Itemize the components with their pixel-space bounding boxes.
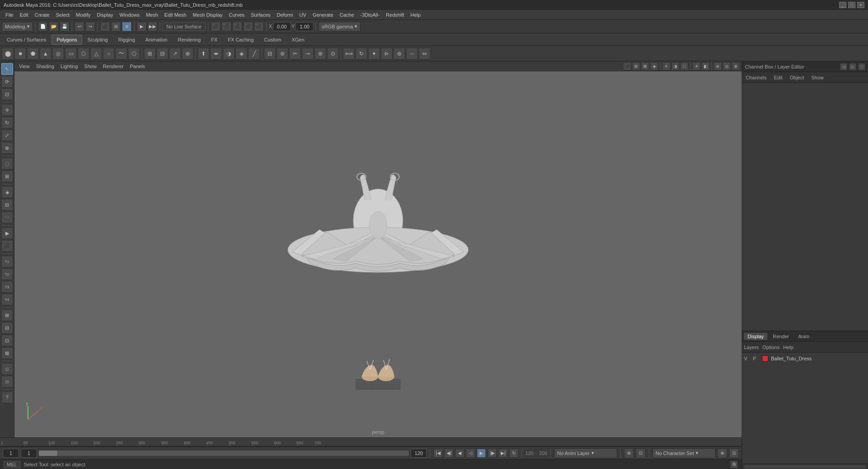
open-btn[interactable]: 📂: [49, 22, 59, 32]
vp-menu-show[interactable]: Show: [82, 63, 100, 70]
shelf-wedge[interactable]: ⊳: [381, 48, 392, 60]
shelf-insert-loop[interactable]: ⊟: [264, 48, 276, 60]
vp-menu-lighting[interactable]: Lighting: [58, 63, 81, 70]
cam4-btn[interactable]: ⬛: [243, 22, 253, 32]
no-char-set-dropdown[interactable]: No Character Set ▾: [652, 448, 716, 458]
menu-create[interactable]: Create: [32, 11, 52, 18]
vp-menu-view[interactable]: View: [16, 63, 32, 70]
tool-scale[interactable]: ⤢: [1, 129, 13, 141]
shelf-poly-sphere[interactable]: ⬤: [2, 48, 14, 60]
tool-move[interactable]: ✛: [1, 104, 13, 116]
tool-layout-1[interactable]: ⊞: [1, 309, 13, 321]
vp-btn-resolution[interactable]: ⊕: [732, 62, 740, 70]
shelf-tab-rendering[interactable]: Rendering: [173, 35, 206, 45]
shelf-symmetry[interactable]: ↔: [406, 48, 418, 60]
viewport[interactable]: View Shading Lighting Show Renderer Pane…: [14, 61, 742, 437]
layer-p[interactable]: P: [753, 356, 759, 361]
shelf-poly-prism[interactable]: ⬡: [78, 48, 89, 60]
undo-btn[interactable]: ↩: [74, 22, 84, 32]
shelf-crease[interactable]: ╱: [248, 48, 260, 60]
end-frame-input[interactable]: [411, 449, 427, 458]
shelf-multi-cut[interactable]: ✂: [289, 48, 301, 60]
shelf-poly-torus[interactable]: ◎: [52, 48, 64, 60]
vp-btn-grid[interactable]: #: [662, 62, 670, 70]
tool-snap-grid[interactable]: ⊟: [1, 199, 13, 211]
shelf-tab-rigging[interactable]: Rigging: [113, 35, 140, 45]
cam2-btn[interactable]: ⬛: [222, 22, 231, 32]
menu-curves[interactable]: Curves: [226, 11, 247, 18]
prev-key-btn[interactable]: ◀|: [444, 449, 453, 458]
timeline-range-bar[interactable]: [39, 451, 409, 456]
vp-btn-shade[interactable]: ◑: [671, 62, 679, 70]
menu-generate[interactable]: Generate: [310, 11, 336, 18]
shelf-poly-soccer[interactable]: ⬠: [128, 48, 140, 60]
cb-btn-1[interactable]: ◁: [840, 63, 847, 70]
shelf-tab-sculpting[interactable]: Sculpting: [83, 35, 113, 45]
shelf-poly-pipe[interactable]: ○: [103, 48, 115, 60]
shelf-tab-xgen[interactable]: XGen: [286, 35, 309, 45]
tool-show-manip[interactable]: ⊞: [1, 170, 13, 182]
shelf-poly-cylinder[interactable]: ⬟: [27, 48, 39, 60]
vp-menu-panels[interactable]: Panels: [127, 63, 148, 70]
vp-btn-shadow[interactable]: ◧: [702, 62, 710, 70]
menu-mesh-display[interactable]: Mesh Display: [190, 11, 225, 18]
save-btn[interactable]: 💾: [60, 22, 69, 32]
layer-color-swatch[interactable]: [762, 355, 768, 362]
snap-active-btn[interactable]: ⊕: [122, 22, 132, 32]
cb-btn-2[interactable]: ▷: [849, 63, 856, 70]
shelf-bevel[interactable]: ◈: [235, 48, 247, 60]
tool-icon-a[interactable]: ◫: [1, 363, 13, 375]
shelf-combine[interactable]: ⊞: [144, 48, 156, 60]
display-tab-anim[interactable]: Anim: [794, 333, 813, 340]
shelf-separate[interactable]: ⊟: [157, 48, 168, 60]
shelf-tab-fx-caching[interactable]: FX Caching: [223, 35, 259, 45]
menu-select[interactable]: Select: [53, 11, 73, 18]
shelf-connect[interactable]: ⊛: [314, 48, 326, 60]
tool-vis-3[interactable]: T3: [1, 281, 13, 293]
shelf-poly-cube[interactable]: ■: [14, 48, 26, 60]
menu-cache[interactable]: Cache: [337, 11, 357, 18]
redo-btn[interactable]: ↪: [85, 22, 95, 32]
shelf-poly-pyramid[interactable]: △: [90, 48, 102, 60]
tool-transform[interactable]: ⊕: [1, 142, 13, 154]
vp-btn-light[interactable]: ☀: [693, 62, 701, 70]
ch-tab-channels[interactable]: Channels: [744, 74, 768, 81]
anim-layer-btn-1[interactable]: ⊕: [624, 448, 634, 458]
shelf-bridge[interactable]: ⬌: [210, 48, 222, 60]
go-end-btn[interactable]: ▶|: [499, 449, 508, 458]
shelf-circularize[interactable]: ⊚: [393, 48, 405, 60]
menu-display[interactable]: Display: [94, 11, 116, 18]
tool-layout-4[interactable]: ⊠: [1, 347, 13, 359]
ch-tab-show[interactable]: Show: [809, 74, 826, 81]
menu-uv[interactable]: UV: [297, 11, 309, 18]
next-key-btn[interactable]: |▶: [488, 449, 497, 458]
shelf-poly-plane[interactable]: ▭: [65, 48, 77, 60]
shelf-boolean[interactable]: ⊕: [182, 48, 194, 60]
viewport-canvas[interactable]: x y z persp: [14, 71, 742, 437]
vp-btn-isolate[interactable]: ◎: [723, 62, 731, 70]
shelf-offset-loop[interactable]: ⊜: [277, 48, 288, 60]
vp-btn-1[interactable]: ⬛: [623, 62, 631, 70]
tool-vis-4[interactable]: T4: [1, 294, 13, 305]
playback-start-input[interactable]: [21, 449, 37, 458]
tool-question[interactable]: ?: [1, 391, 13, 403]
tool-layout-3[interactable]: ⊡: [1, 335, 13, 346]
tool-vis-2[interactable]: T2: [1, 268, 13, 280]
cam3-btn[interactable]: ⬛: [232, 22, 242, 32]
shelf-tab-animation[interactable]: Animation: [140, 35, 172, 45]
menu-surfaces[interactable]: Surfaces: [248, 11, 273, 18]
tool-ipr[interactable]: ⬛: [1, 240, 13, 252]
coord-x-input[interactable]: [273, 22, 291, 31]
tool-snap-crv[interactable]: ⋯: [1, 212, 13, 223]
cam5-btn[interactable]: ⬛: [254, 22, 264, 32]
shelf-smooth[interactable]: ◑: [223, 48, 235, 60]
ch-tab-edit[interactable]: Edit: [772, 74, 784, 81]
maximize-button[interactable]: □: [848, 2, 855, 8]
coord-y-input[interactable]: [295, 22, 314, 31]
loop-btn[interactable]: ↻: [509, 449, 518, 458]
menu-mesh[interactable]: Mesh: [143, 11, 161, 18]
menu-3dto[interactable]: -3DtoAll-: [358, 11, 383, 18]
shelf-flip-tri[interactable]: ⟺: [343, 48, 355, 60]
char-set-btn-2[interactable]: ⊡: [729, 448, 739, 458]
vp-btn-2[interactable]: ⊞: [632, 62, 640, 70]
